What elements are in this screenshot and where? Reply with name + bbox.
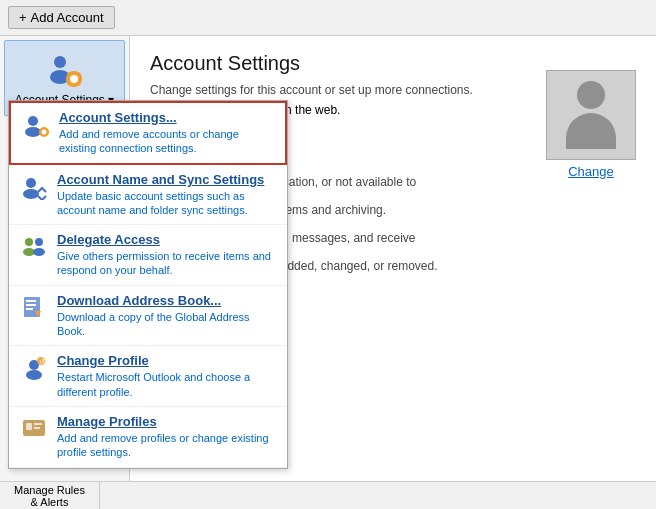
bottom-bar: Manage Rules & Alerts — [0, 481, 656, 509]
svg-rect-32 — [26, 423, 32, 430]
svg-point-16 — [26, 178, 36, 188]
svg-point-28 — [26, 370, 42, 380]
svg-point-21 — [33, 248, 45, 256]
manage-profiles-icon — [19, 414, 49, 444]
svg-rect-23 — [26, 300, 36, 302]
delegate-access-title: Delegate Access — [57, 232, 277, 247]
svg-point-3 — [70, 75, 78, 83]
download-address-book-description: Download a copy of the Global Address Bo… — [57, 310, 277, 339]
add-account-label: Add Account — [31, 10, 104, 25]
manage-rules-label: Manage Rules — [14, 484, 85, 496]
download-address-book-title: Download Address Book... — [57, 293, 277, 308]
dropdown-item-change-profile[interactable]: ↺ Change ProfileRestart Microsoft Outloo… — [9, 346, 287, 407]
avatar-area: Change — [546, 70, 636, 179]
svg-point-20 — [35, 238, 43, 246]
manage-profiles-description: Add and remove profiles or change existi… — [57, 431, 277, 460]
avatar-person — [566, 81, 616, 149]
plus-icon: + — [19, 10, 27, 25]
svg-point-18 — [25, 238, 33, 246]
alerts-label: & Alerts — [31, 496, 69, 508]
change-profile-icon: ↺ — [19, 353, 49, 383]
account-name-sync-title: Account Name and Sync Settings — [57, 172, 277, 187]
manage-rules-alerts-button[interactable]: Manage Rules & Alerts — [0, 482, 100, 509]
svg-rect-7 — [79, 78, 82, 81]
dropdown-menu: Account Settings...Add and remove accoun… — [8, 100, 288, 469]
delegate-access-description: Give others permission to receive items … — [57, 249, 277, 278]
dropdown-item-manage-profiles[interactable]: Manage ProfilesAdd and remove profiles o… — [9, 407, 287, 468]
manage-profiles-title: Manage Profiles — [57, 414, 277, 429]
account-settings-icon — [44, 49, 86, 91]
svg-point-17 — [23, 189, 39, 199]
svg-rect-6 — [66, 78, 69, 81]
avatar-head — [577, 81, 605, 109]
add-account-button[interactable]: + Add Account — [8, 6, 115, 29]
account-name-sync-description: Update basic account settings such as ac… — [57, 189, 277, 218]
account-settings-icon-area — [44, 49, 86, 91]
svg-rect-25 — [26, 308, 33, 310]
dropdown-item-download-address-book[interactable]: Download Address Book...Download a copy … — [9, 286, 287, 347]
svg-rect-4 — [72, 71, 75, 74]
svg-point-13 — [25, 127, 41, 137]
change-profile-title: Change Profile — [57, 353, 277, 368]
change-avatar-link[interactable]: Change — [568, 164, 614, 179]
account-settings-title: Account Settings... — [59, 110, 275, 125]
account-settings-description: Add and remove accounts or change existi… — [59, 127, 275, 156]
svg-point-0 — [54, 56, 66, 68]
dropdown-item-account-settings[interactable]: Account Settings...Add and remove accoun… — [9, 101, 287, 165]
delegate-access-icon — [19, 232, 49, 262]
download-address-book-icon — [19, 293, 49, 323]
toolbar: + Add Account — [0, 0, 656, 36]
avatar-body — [566, 113, 616, 149]
svg-text:↺: ↺ — [39, 358, 45, 365]
dropdown-item-delegate-access[interactable]: Delegate AccessGive others permission to… — [9, 225, 287, 286]
svg-point-15 — [42, 130, 47, 135]
dropdown-item-account-name-sync[interactable]: Account Name and Sync SettingsUpdate bas… — [9, 165, 287, 226]
svg-point-12 — [28, 116, 38, 126]
account-settings-icon — [21, 110, 51, 140]
svg-rect-33 — [34, 423, 42, 425]
svg-rect-34 — [34, 427, 40, 429]
svg-rect-24 — [26, 304, 36, 306]
change-profile-description: Restart Microsoft Outlook and choose a d… — [57, 370, 277, 399]
account-name-sync-icon — [19, 172, 49, 202]
svg-rect-5 — [72, 84, 75, 87]
avatar-box — [546, 70, 636, 160]
